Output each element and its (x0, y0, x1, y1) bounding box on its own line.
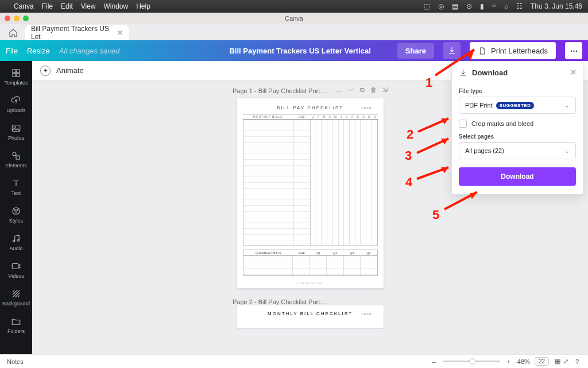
header-resize[interactable]: Resize (27, 47, 50, 55)
select-pages-dropdown[interactable]: All pages (22) ⌄ (459, 142, 576, 159)
svg-rect-3 (17, 73, 20, 76)
svg-rect-1 (17, 70, 20, 72)
sidebar-item-templates[interactable]: Templates (0, 63, 32, 90)
panel-title: Download (472, 68, 508, 77)
sidebar-item-photos[interactable]: Photos (0, 118, 32, 145)
zoom-slider[interactable] (443, 361, 500, 362)
doc2-title: MONTHLY BILL CHECKLIST (243, 311, 378, 316)
svg-point-6 (13, 152, 16, 156)
animate-button[interactable]: Animate (56, 66, 84, 75)
svg-point-11 (16, 212, 17, 213)
grid-view-icon[interactable]: ▦ (554, 358, 562, 366)
page-2-canvas[interactable]: MONTHLY BILL CHECKLIST YEAR: (237, 305, 384, 328)
tray-search-icon[interactable]: ⌕ (504, 2, 508, 10)
crop-marks-checkbox[interactable]: Crop marks and bleed (459, 120, 576, 128)
share-label: Share (405, 47, 426, 55)
print-button[interactable]: Print Letterheads (470, 42, 556, 59)
mac-menu-window[interactable]: Window (104, 2, 129, 10)
suggested-badge: SUGGESTED (496, 102, 535, 109)
svg-rect-14 (12, 263, 18, 269)
print-label: Print Letterheads (491, 47, 548, 55)
tray-battery-icon[interactable]: ▮ (480, 2, 484, 10)
window-titlebar: Canva (0, 13, 588, 24)
traffic-close[interactable] (5, 16, 10, 21)
page-2-header: Page 2 - Bill Pay Checklist Port… (233, 298, 388, 305)
traffic-minimize[interactable] (14, 16, 20, 21)
header-file[interactable]: File (6, 47, 18, 55)
doc-title: BILL PAY CHECKLIST (243, 105, 378, 110)
page-delete-icon[interactable]: 🗑 (370, 86, 377, 95)
svg-point-9 (14, 209, 16, 210)
doc-footer: DIGITAL HYGGE (297, 282, 323, 285)
page-count-badge[interactable]: 22 (535, 357, 549, 366)
svg-point-13 (17, 239, 19, 241)
sidebar-item-folders[interactable]: Folders (0, 312, 32, 338)
canvas-area: ✦ Animate Page 1 - Bill Pay Checklist Po… (32, 61, 588, 354)
fullscreen-icon[interactable]: ⤢ (562, 358, 570, 366)
zoom-in-icon[interactable]: + (505, 358, 513, 366)
zoom-out-icon[interactable]: – (430, 358, 438, 366)
mac-menubar: Canva File Edit View Window Help ⬚ ◎ ▤ ⊙… (0, 0, 588, 13)
page-collapse-icon[interactable]: ︿ (336, 86, 342, 95)
svg-point-8 (13, 208, 20, 214)
tab-document[interactable]: Bill Payment Trackers US Let ✕ (25, 25, 129, 40)
page-add-icon[interactable]: ⇲ (382, 86, 388, 95)
tray-wifi-icon[interactable]: ⌔ (492, 2, 496, 10)
sidebar-item-videos[interactable]: Videos (0, 256, 32, 283)
tray-cc-icon[interactable]: ◎ (438, 2, 444, 10)
doc2-year: YEAR: (361, 312, 373, 316)
file-type-label: File type (459, 88, 576, 94)
mac-menu-help[interactable]: Help (136, 2, 150, 10)
checkbox-icon (459, 120, 467, 128)
svg-rect-0 (13, 70, 16, 72)
page-1-header: Page 1 - Bill Pay Checklist Port… ︿ ﹀ ⧉ … (233, 86, 388, 95)
sidebar-item-text[interactable]: Text (0, 174, 32, 200)
file-type-dropdown[interactable]: PDF Print SUGGESTED ⌄ (459, 97, 576, 114)
bottom-bar: Notes – + 48% 22 ▦ ⤢ ? (0, 354, 588, 368)
svg-point-10 (17, 209, 18, 210)
page-1-canvas[interactable]: BILL PAY CHECKLIST YEAR: MONTHLY BILLS D… (237, 98, 384, 288)
window-title: Canva (285, 15, 303, 22)
chevron-down-icon: ⌄ (564, 147, 570, 155)
file-type-value: PDF Print (465, 102, 493, 109)
download-icon-button[interactable] (443, 42, 461, 59)
notes-button[interactable]: Notes (7, 358, 24, 365)
sidebar-item-styles[interactable]: Styles (0, 201, 32, 228)
document-icon (478, 47, 486, 55)
zoom-value[interactable]: 48% (517, 358, 530, 365)
download-button[interactable]: Download (459, 167, 576, 186)
tray-cc2-icon[interactable]: ☷ (516, 2, 523, 10)
tray-clock[interactable]: Thu 3. Jun 15.46 (531, 2, 582, 10)
svg-rect-7 (16, 156, 20, 159)
tray-flag-icon[interactable]: ▤ (452, 2, 458, 10)
tab-close-icon[interactable]: ✕ (117, 29, 123, 37)
sidebar-item-audio[interactable]: Audio (0, 229, 32, 255)
sidebar-item-uploads[interactable]: Uploads (0, 91, 32, 117)
left-sidebar: Templates Uploads Photos Elements Text S… (0, 61, 32, 354)
mac-menu-edit[interactable]: Edit (61, 2, 73, 10)
page-1-title: Page 1 - Bill Pay Checklist Port… (233, 87, 326, 94)
home-button[interactable] (5, 25, 22, 40)
page-duplicate-icon[interactable]: ⧉ (360, 86, 365, 95)
tray-dropbox-icon[interactable]: ⬚ (424, 2, 430, 10)
mac-menu-view[interactable]: View (81, 2, 96, 10)
download-panel: Download × File type PDF Print SUGGESTED… (451, 61, 583, 194)
help-icon[interactable]: ? (573, 358, 581, 366)
select-pages-label: Select pages (459, 133, 576, 140)
mac-menu-file[interactable]: File (42, 2, 53, 10)
sidebar-item-background[interactable]: Background (0, 284, 32, 310)
sidebar-item-elements[interactable]: Elements (0, 146, 32, 172)
tray-play-icon[interactable]: ⊙ (466, 2, 472, 10)
share-button[interactable]: Share (397, 43, 434, 59)
header-doc-title[interactable]: Bill Payment Trackers US Letter Vertical (229, 47, 370, 55)
page-expand-icon[interactable]: ﹀ (348, 86, 354, 95)
traffic-zoom[interactable] (23, 16, 29, 21)
svg-rect-2 (13, 73, 16, 76)
more-button[interactable]: ⋯ (565, 42, 582, 59)
months-row: JFMAMJJASOND (310, 115, 378, 118)
chevron-down-icon: ⌄ (564, 102, 570, 109)
mac-menu-canva[interactable]: Canva (14, 2, 34, 10)
tab-bar: Bill Payment Trackers US Let ✕ (0, 24, 588, 40)
panel-close-icon[interactable]: × (571, 67, 576, 78)
effects-icon[interactable]: ✦ (40, 66, 51, 76)
